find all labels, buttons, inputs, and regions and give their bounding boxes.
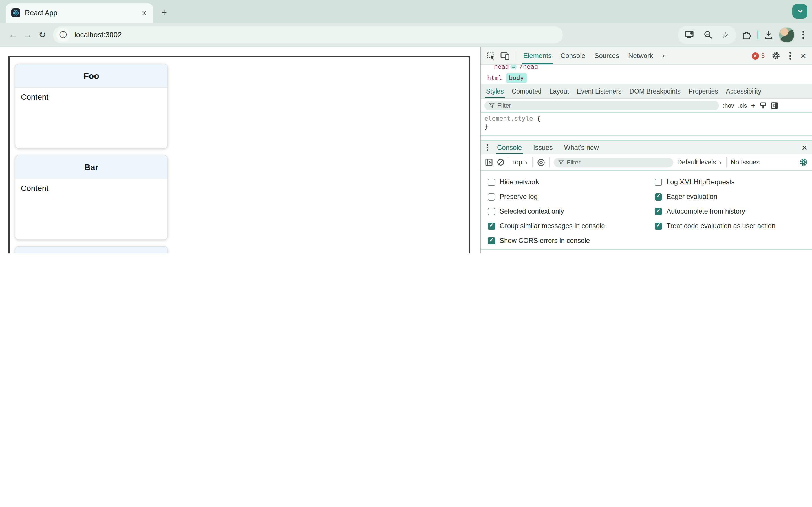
devtools-tab-console[interactable]: Console [556,47,590,64]
card-title[interactable]: Bar [15,156,167,179]
console-messages[interactable]: react-dom.development.js:29895 Download … [481,249,812,253]
checkbox-selected-context-only[interactable]: Selected context only [488,204,655,219]
tab-computed[interactable]: Computed [508,84,546,98]
url-text[interactable]: localhost:3002 [74,31,122,39]
toolbar-divider [757,30,758,39]
checkbox-log-xmlhttprequests[interactable]: Log XMLHttpRequests [655,175,775,189]
install-app-icon[interactable] [685,31,695,39]
checkbox-hide-network[interactable]: Hide network [488,175,655,189]
toggle-class-editor[interactable]: .cls [738,102,747,109]
checkbox-box[interactable] [488,222,495,230]
tab-layout[interactable]: Layout [546,84,573,98]
log-levels-dropdown[interactable]: Default levels▼ [677,159,722,166]
devtools-settings-gear-icon[interactable] [769,49,783,62]
toggle-sidebar-icon[interactable] [771,102,778,109]
browser-tab[interactable]: React App ✕ [6,3,153,22]
checkbox-box[interactable] [655,193,662,200]
checkbox-autocomplete-history[interactable]: Autocomplete from history [655,204,775,219]
checkbox-box[interactable] [488,237,495,244]
checkbox-group-similar[interactable]: Group similar messages in console [488,219,655,233]
extensions-puzzle-icon[interactable] [742,30,752,40]
funnel-icon [489,103,495,108]
devtools-panel: Elements Console Sources Network » ✕ 3 ✕ [480,47,812,253]
forward-button[interactable]: → [20,27,35,42]
error-badge-icon: ✕ [751,52,759,59]
console-sidebar-toggle-icon[interactable] [485,158,493,166]
live-expression-eye-icon[interactable] [537,158,545,166]
styles-filter-row: Filter :hov .cls + [481,99,812,113]
reload-button[interactable]: ↻ [35,27,50,42]
element-ellipsis[interactable]: … [510,65,517,69]
checkbox-box[interactable] [655,222,662,230]
card-bar[interactable]: Bar Content [15,155,168,240]
devtools-tab-elements[interactable]: Elements [519,47,556,64]
toggle-hover-state[interactable]: :hov [723,102,734,109]
new-tab-button[interactable]: + [157,6,171,20]
error-count-badge[interactable]: ✕ 3 [751,52,765,59]
checkbox-box[interactable] [655,208,662,215]
inspect-element-icon[interactable] [485,49,498,62]
issues-counter[interactable]: No Issues [731,159,760,166]
drawer-tab-console[interactable]: Console [492,141,527,154]
breadcrumb-html[interactable]: html [485,73,505,82]
address-bar[interactable]: ⓘ localhost:3002 [53,26,563,43]
drawer-tab-whats-new[interactable]: What's new [558,141,604,154]
browser-menu-icon[interactable] [800,29,806,41]
devtools-tab-sources[interactable]: Sources [590,47,624,64]
context-selector[interactable]: top▼ [513,159,528,166]
checkbox-box[interactable] [655,178,662,186]
element-tag-close[interactable]: /head [519,65,538,70]
toolbar-icon-capsule: ☆ [677,25,737,44]
devtools-tab-network[interactable]: Network [624,47,658,64]
tab-properties[interactable]: Properties [684,84,722,98]
style-selector[interactable]: element.style [485,115,533,122]
devtools-menu-icon[interactable] [787,50,794,62]
rendered-page: Foo Content Bar Content Foobar Content [0,47,480,253]
console-filter-input[interactable]: Filter [554,158,673,167]
card-foobar[interactable]: Foobar Content [15,246,168,253]
card-content: Content [15,179,167,239]
downloads-icon[interactable] [764,30,773,39]
back-button[interactable]: ← [6,27,20,42]
card-title[interactable]: Foo [15,64,167,88]
tab-accessibility[interactable]: Accessibility [722,84,765,98]
tab-title: React App [25,9,140,17]
checkbox-preserve-log[interactable]: Preserve log [488,189,655,204]
checkbox-box[interactable] [488,208,495,215]
tab-close-icon[interactable]: ✕ [140,8,149,17]
tab-search-button[interactable] [792,4,808,18]
checkbox-box[interactable] [488,178,495,186]
drawer-menu-icon[interactable] [483,145,492,151]
drawer-tab-issues[interactable]: Issues [527,141,558,154]
more-tabs-icon[interactable]: » [658,47,670,64]
console-settings-gear-icon[interactable] [799,158,808,167]
site-info-icon[interactable]: ⓘ [56,28,70,41]
rendering-emulation-icon[interactable] [760,102,767,109]
card-foo[interactable]: Foo Content [15,64,168,149]
checkbox-treat-code-eval[interactable]: Treat code evaluation as user action [655,219,775,233]
element-style-rule[interactable]: element.style { } [481,113,812,136]
elements-tree-clipped-row[interactable]: head … /head [481,65,812,71]
tab-event-listeners[interactable]: Event Listeners [573,84,626,98]
zoom-out-icon[interactable] [703,30,712,39]
console-info-message[interactable]: react-dom.development.js:29895 Download … [481,249,812,253]
device-toolbar-icon[interactable] [498,49,511,62]
clear-console-icon[interactable] [497,158,505,166]
new-style-rule-icon[interactable]: + [751,101,755,109]
card-title[interactable]: Foobar [15,247,167,253]
profile-avatar[interactable] [779,27,795,43]
styles-filter-input[interactable]: Filter [485,101,719,110]
breadcrumb-body[interactable]: body [506,73,527,82]
checkbox-box[interactable] [488,193,495,200]
browser-toolbar: ← → ↻ ⓘ localhost:3002 ☆ [0,22,812,47]
tab-styles[interactable]: Styles [482,84,508,98]
checkbox-show-cors-errors[interactable]: Show CORS errors in console [488,233,655,248]
console-settings: Hide network Preserve log Selected conte… [481,171,812,249]
checkbox-eager-evaluation[interactable]: Eager evaluation [655,189,775,204]
devtools-close-icon[interactable]: ✕ [798,52,809,60]
tab-dom-breakpoints[interactable]: DOM Breakpoints [625,84,684,98]
element-tag-open[interactable]: head [494,65,509,70]
drawer-close-icon[interactable]: ✕ [799,144,810,152]
bookmark-star-icon[interactable]: ☆ [721,31,729,39]
message-source-link[interactable]: react-dom.development.js:29895 [496,252,808,253]
